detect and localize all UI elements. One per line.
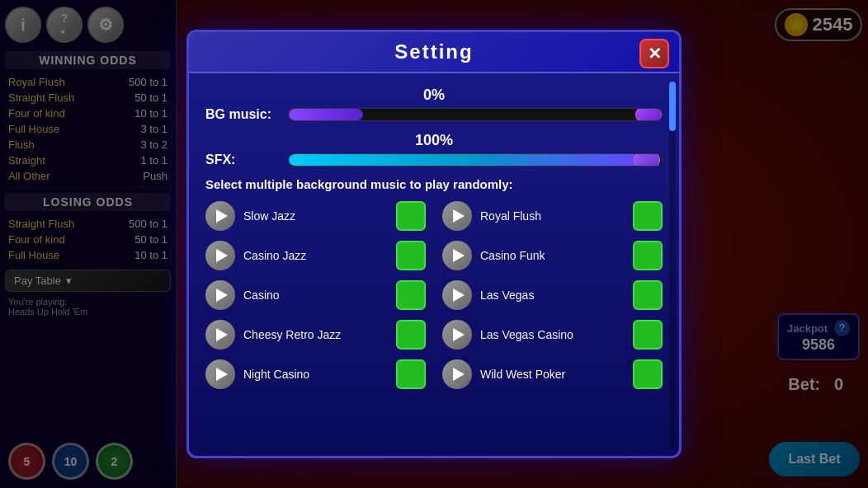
music-item: Night Casino	[205, 359, 426, 389]
bg-music-section: 0% BG music:	[205, 87, 663, 122]
bg-music-row: BG music:	[205, 107, 663, 122]
music-name: Casino Funk	[480, 249, 625, 262]
music-item: Las Vegas	[442, 280, 663, 310]
music-name: Casino	[243, 289, 388, 302]
play-icon	[216, 328, 228, 341]
bg-music-fill	[289, 109, 363, 120]
play-icon	[216, 209, 228, 223]
music-item: Wild West Poker	[442, 359, 663, 389]
play-casino-jazz-button[interactable]	[205, 241, 235, 270]
toggle-wild-west-poker-button[interactable]	[633, 359, 663, 389]
music-item: Casino Jazz	[205, 241, 426, 270]
toggle-casino-button[interactable]	[396, 280, 426, 310]
bg-music-pct: 0%	[205, 87, 663, 104]
play-casino-funk-button[interactable]	[442, 241, 472, 270]
music-grid: Slow JazzRoyal FlushCasino JazzCasino Fu…	[205, 201, 663, 389]
bg-music-label: BG music:	[205, 107, 280, 122]
modal-title: Setting	[394, 40, 473, 63]
music-name: Night Casino	[243, 368, 388, 381]
play-cheesy-retro-jazz-button[interactable]	[205, 320, 235, 350]
toggle-casino-funk-button[interactable]	[633, 241, 663, 270]
play-las-vegas-casino-button[interactable]	[442, 320, 472, 350]
music-item: Royal Flush	[442, 201, 663, 231]
play-casino-button[interactable]	[205, 280, 235, 310]
music-item: Slow Jazz	[205, 201, 426, 231]
play-icon	[216, 368, 228, 381]
modal-scrollbar[interactable]	[669, 82, 676, 448]
toggle-las-vegas-button[interactable]	[633, 280, 663, 310]
settings-modal: Setting ✕ 0% BG music: 100% SFX:	[186, 30, 682, 458]
play-wild-west-poker-button[interactable]	[442, 359, 472, 389]
music-name: Wild West Poker	[480, 368, 625, 381]
sfx-track[interactable]	[288, 153, 663, 167]
music-name: Cheesy Retro Jazz	[243, 328, 388, 341]
music-item: Casino	[205, 280, 426, 310]
music-item: Cheesy Retro Jazz	[205, 320, 426, 350]
sfx-fill	[289, 154, 643, 166]
sfx-pct: 100%	[205, 132, 663, 149]
play-las-vegas-button[interactable]	[442, 280, 472, 310]
play-icon	[453, 368, 465, 381]
play-slow-jazz-button[interactable]	[205, 201, 235, 231]
music-name: Las Vegas	[480, 289, 625, 302]
modal-close-button[interactable]: ✕	[639, 39, 669, 68]
toggle-night-casino-button[interactable]	[396, 359, 426, 389]
modal-body: 0% BG music: 100% SFX:	[189, 73, 679, 402]
modal-overlay: Setting ✕ 0% BG music: 100% SFX:	[0, 0, 868, 488]
bg-music-thumb	[635, 108, 662, 121]
play-icon	[216, 289, 228, 302]
sfx-row: SFX:	[205, 152, 663, 167]
music-item: Casino Funk	[442, 241, 663, 270]
toggle-las-vegas-casino-button[interactable]	[633, 320, 663, 350]
sfx-label: SFX:	[205, 152, 280, 167]
play-icon	[453, 328, 465, 341]
toggle-royal-flush-button[interactable]	[633, 201, 663, 231]
music-select-label: Select multiple background music to play…	[205, 177, 663, 191]
toggle-casino-jazz-button[interactable]	[396, 241, 426, 270]
toggle-slow-jazz-button[interactable]	[396, 201, 426, 231]
music-name: Las Vegas Casino	[480, 328, 625, 341]
play-night-casino-button[interactable]	[205, 359, 235, 389]
music-item: Las Vegas Casino	[442, 320, 663, 350]
play-icon	[453, 289, 465, 302]
toggle-cheesy-retro-jazz-button[interactable]	[396, 320, 426, 350]
music-name: Royal Flush	[480, 209, 625, 223]
sfx-thumb	[634, 153, 660, 167]
play-icon	[216, 249, 228, 262]
music-name: Slow Jazz	[243, 209, 388, 223]
sfx-section: 100% SFX:	[205, 132, 663, 167]
modal-header: Setting ✕	[189, 32, 679, 73]
play-icon	[453, 249, 465, 262]
play-icon	[453, 209, 465, 223]
modal-scrollbar-thumb	[669, 82, 676, 131]
play-royal-flush-button[interactable]	[442, 201, 472, 231]
music-name: Casino Jazz	[243, 249, 388, 262]
bg-music-track[interactable]	[288, 108, 663, 121]
